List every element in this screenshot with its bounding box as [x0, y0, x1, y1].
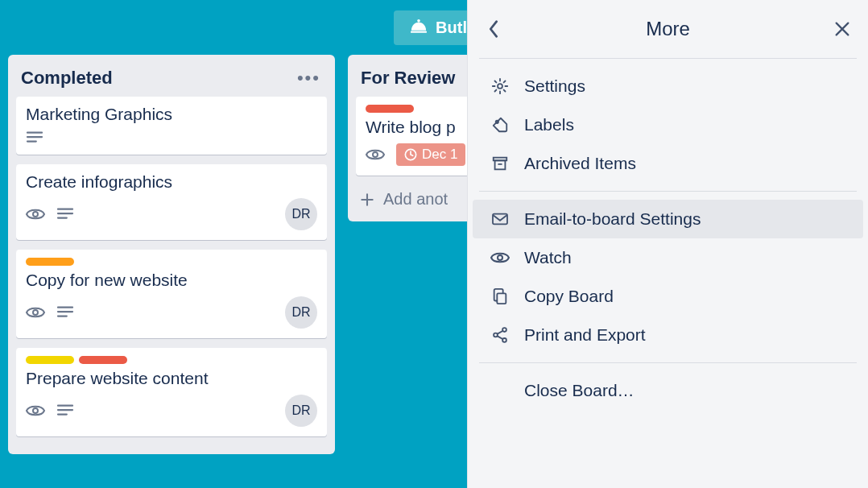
svg-point-7: [498, 84, 502, 89]
close-icon: [833, 20, 851, 38]
description-icon: [56, 403, 74, 418]
member-avatar[interactable]: DR: [285, 296, 317, 329]
panel-close-button[interactable]: [820, 0, 865, 58]
add-card-label: Add anot: [383, 190, 448, 209]
svg-point-12: [498, 255, 502, 260]
card-title: Marketing Graphics: [26, 105, 317, 124]
description-icon: [56, 305, 74, 320]
svg-point-14: [502, 328, 506, 332]
butler-icon: [410, 19, 428, 35]
menu-item-email-to-board[interactable]: Email-to-board Settings: [473, 200, 863, 238]
eye-icon: [490, 250, 510, 265]
menu-label: Archived Items: [524, 154, 636, 173]
card-labels: [26, 356, 317, 364]
menu-label: Watch: [524, 248, 572, 267]
watch-icon: [26, 207, 45, 221]
svg-rect-11: [493, 214, 507, 225]
chevron-left-icon: [486, 19, 501, 39]
panel-header: More: [468, 0, 868, 58]
svg-rect-13: [497, 293, 506, 304]
panel-back-button[interactable]: [471, 0, 516, 58]
card[interactable]: Prepare website content DR: [16, 348, 327, 436]
card-title: Create infographics: [26, 172, 317, 192]
menu-label: Settings: [524, 77, 585, 96]
share-icon: [490, 326, 510, 344]
svg-point-5: [373, 152, 378, 157]
menu-item-watch[interactable]: Watch: [473, 238, 863, 277]
svg-point-16: [502, 338, 506, 342]
card-labels: [26, 258, 317, 266]
menu-label: Close Board…: [524, 381, 634, 400]
svg-point-2: [33, 212, 38, 217]
archive-icon: [490, 155, 510, 172]
menu-label: Print and Export: [524, 325, 646, 345]
due-date-text: Dec 1: [422, 147, 457, 163]
card[interactable]: Marketing Graphics: [16, 97, 327, 155]
description-icon: [56, 207, 74, 221]
gear-icon: [490, 77, 510, 95]
list-title-completed[interactable]: Completed: [21, 68, 113, 89]
label-orange[interactable]: [26, 258, 74, 266]
member-avatar[interactable]: DR: [285, 395, 317, 427]
menu-label: Email-to-board Settings: [524, 209, 701, 229]
menu-item-close-board[interactable]: Close Board…: [473, 371, 863, 410]
list-menu-button[interactable]: •••: [297, 68, 320, 89]
svg-point-1: [417, 19, 420, 23]
label-red[interactable]: [79, 356, 127, 364]
svg-point-15: [494, 333, 498, 337]
svg-point-4: [33, 408, 38, 413]
board-menu-panel: More Settings Labels Archived Items: [467, 0, 868, 488]
description-icon: [26, 130, 43, 145]
due-date-badge[interactable]: Dec 1: [396, 143, 465, 166]
watch-icon: [26, 403, 45, 418]
card-title: Prepare website content: [26, 369, 317, 388]
svg-point-3: [33, 310, 38, 315]
menu-label: Copy Board: [524, 287, 614, 306]
watch-icon: [26, 305, 45, 320]
list-completed: Completed ••• Marketing Graphics Create …: [8, 55, 335, 454]
panel-title: More: [646, 18, 690, 40]
member-avatar[interactable]: DR: [285, 198, 317, 230]
menu-label: Labels: [524, 115, 574, 134]
card-title: Copy for new website: [26, 271, 317, 290]
plus-icon: [359, 192, 375, 208]
menu-item-labels[interactable]: Labels: [473, 105, 863, 144]
menu-item-settings[interactable]: Settings: [473, 67, 863, 105]
label-yellow[interactable]: [26, 356, 74, 364]
label-red[interactable]: [366, 105, 414, 113]
copy-icon: [490, 287, 510, 305]
card[interactable]: Create infographics DR: [16, 164, 327, 240]
watch-icon: [366, 147, 385, 162]
svg-rect-0: [411, 31, 427, 33]
card[interactable]: Copy for new website DR: [16, 250, 327, 338]
menu-item-print-export[interactable]: Print and Export: [473, 316, 863, 354]
mail-icon: [490, 212, 510, 226]
tag-icon: [490, 116, 510, 134]
list-title-for-review[interactable]: For Review: [361, 68, 455, 89]
menu-item-archived[interactable]: Archived Items: [473, 144, 863, 183]
menu-item-copy-board[interactable]: Copy Board: [473, 277, 863, 316]
